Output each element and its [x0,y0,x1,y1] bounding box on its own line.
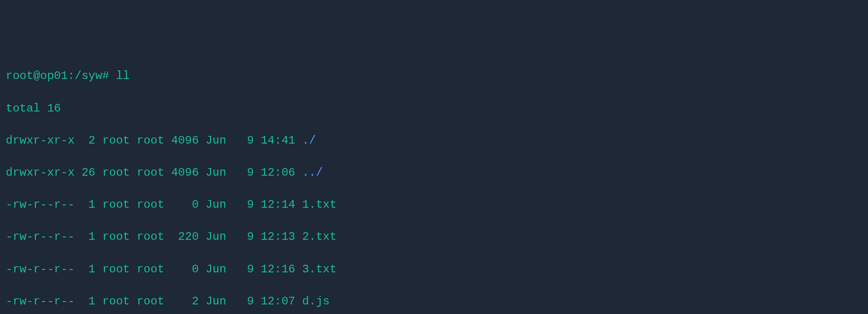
file-row: -rw-r--r-- 1 root root 0 Jun 9 12:14 1.t… [6,197,862,213]
file-row: -rw-r--r-- 1 root root 0 Jun 9 12:16 3.t… [6,261,862,278]
file-row: -rw-r--r-- 1 root root 220 Jun 9 12:13 2… [6,229,862,245]
total-line: total 16 [6,101,862,117]
command-ll: ll [116,69,130,82]
file-row: drwxr-xr-x 26 root root 4096 Jun 9 12:06… [6,165,862,181]
file-row: drwxr-xr-x 2 root root 4096 Jun 9 14:41 … [6,133,862,149]
file-name: d.js [302,295,330,308]
file-name: ./ [302,134,316,147]
file-row: -rw-r--r-- 1 root root 2 Jun 9 12:07 d.j… [6,293,862,310]
file-name: 3.txt [302,263,336,276]
file-name: 1.txt [302,198,336,211]
prompt-line-1: root@op01:/syw# ll [6,68,862,84]
file-name: ../ [302,166,323,179]
prompt: root@op01:/syw# [6,69,109,82]
file-name: 2.txt [302,230,336,243]
